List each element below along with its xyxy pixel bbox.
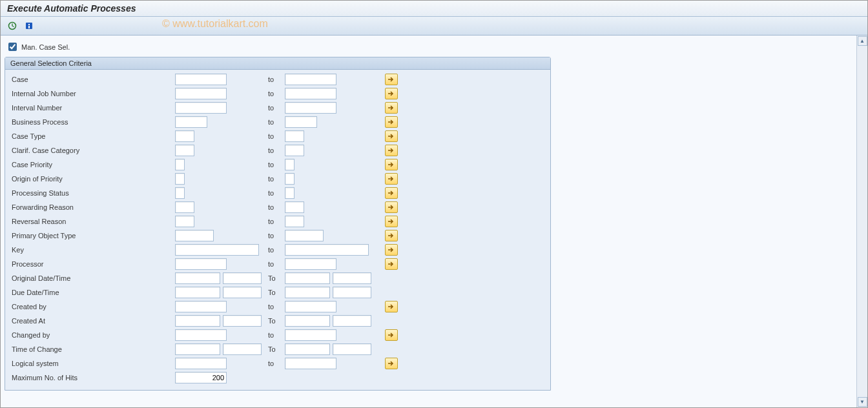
- case-type-multi-button[interactable]: [385, 130, 398, 142]
- created-at-time-from-input[interactable]: [223, 315, 262, 327]
- prim-obj-type-multi-button[interactable]: [385, 230, 398, 241]
- created-at-date-to-input[interactable]: [285, 315, 330, 327]
- row-created-at: Created At To: [10, 314, 545, 328]
- scroll-down-button[interactable]: ▼: [858, 397, 867, 407]
- case-to-input[interactable]: [285, 74, 336, 85]
- internal-job-multi-button[interactable]: [385, 88, 398, 99]
- arrow-right-icon: [388, 261, 395, 267]
- man-case-sel-checkbox[interactable]: [8, 43, 17, 51]
- row-prim-obj-type: Primary Object Type to: [10, 229, 545, 243]
- logical-system-from-input[interactable]: [175, 358, 227, 369]
- rev-reason-from-input[interactable]: [175, 216, 194, 227]
- label-max-hits: Maximum No. of Hits: [10, 374, 175, 382]
- arrow-right-icon: [388, 91, 395, 96]
- arrow-right-icon: [388, 162, 395, 167]
- key-from-input[interactable]: [175, 244, 259, 256]
- fwd-reason-to-input[interactable]: [285, 201, 304, 213]
- created-by-multi-button[interactable]: [385, 301, 398, 312]
- processor-multi-button[interactable]: [385, 258, 398, 270]
- logical-system-multi-button[interactable]: [385, 358, 398, 369]
- row-key: Key to: [10, 243, 545, 257]
- row-rev-reason: Reversal Reason to: [10, 214, 545, 229]
- case-priority-multi-button[interactable]: [385, 159, 398, 170]
- prim-obj-type-from-input[interactable]: [175, 230, 214, 241]
- time-change-date-to-input[interactable]: [285, 343, 330, 355]
- business-process-multi-button[interactable]: [385, 116, 398, 128]
- fwd-reason-multi-button[interactable]: [385, 201, 398, 213]
- created-by-from-input[interactable]: [175, 301, 227, 312]
- case-priority-to-input[interactable]: [285, 159, 294, 170]
- info-icon: [25, 21, 34, 30]
- label-due-dt: Due Date/Time: [10, 289, 175, 296]
- case-type-to-input[interactable]: [285, 130, 304, 142]
- arrow-right-icon: [388, 105, 395, 110]
- origin-priority-multi-button[interactable]: [385, 173, 398, 185]
- business-process-to-input[interactable]: [285, 116, 317, 128]
- time-change-date-from-input[interactable]: [175, 343, 220, 355]
- label-case: Case: [10, 76, 175, 83]
- clarif-cat-to-input[interactable]: [285, 145, 304, 156]
- orig-time-to-input[interactable]: [333, 272, 371, 284]
- orig-date-from-input[interactable]: [175, 272, 220, 284]
- info-button[interactable]: [23, 19, 36, 32]
- key-multi-button[interactable]: [385, 244, 398, 256]
- row-changed-by: Changed by to: [10, 328, 545, 342]
- created-at-time-to-input[interactable]: [333, 315, 371, 327]
- label-clarif-cat: Clarif. Case Category: [10, 147, 175, 154]
- execute-button[interactable]: [6, 19, 19, 32]
- fwd-reason-from-input[interactable]: [175, 201, 194, 213]
- origin-priority-to-input[interactable]: [285, 173, 294, 185]
- case-from-input[interactable]: [175, 74, 227, 85]
- case-type-from-input[interactable]: [175, 130, 194, 142]
- label-orig-dt: Original Date/Time: [10, 274, 175, 282]
- due-date-from-input[interactable]: [175, 287, 220, 298]
- orig-time-from-input[interactable]: [223, 272, 262, 284]
- case-multi-button[interactable]: [385, 74, 398, 85]
- processor-to-input[interactable]: [285, 258, 336, 270]
- clarif-cat-from-input[interactable]: [175, 145, 194, 156]
- changed-by-from-input[interactable]: [175, 329, 227, 341]
- origin-priority-from-input[interactable]: [175, 173, 185, 185]
- due-date-to-input[interactable]: [285, 287, 330, 298]
- row-max-hits: Maximum No. of Hits: [10, 371, 545, 385]
- interval-number-from-input[interactable]: [175, 102, 227, 114]
- created-by-to-input[interactable]: [285, 301, 336, 312]
- proc-status-multi-button[interactable]: [385, 187, 398, 199]
- logical-system-to-input[interactable]: [285, 358, 336, 369]
- arrow-right-icon: [388, 77, 395, 82]
- proc-status-to-input[interactable]: [285, 187, 294, 199]
- vertical-scrollbar[interactable]: ▲ ▼: [856, 36, 867, 407]
- business-process-from-input[interactable]: [175, 116, 207, 128]
- rev-reason-to-input[interactable]: [285, 216, 304, 227]
- clarif-cat-multi-button[interactable]: [385, 145, 398, 156]
- created-at-date-from-input[interactable]: [175, 315, 220, 327]
- row-case-priority: Case Priority to: [10, 158, 545, 172]
- internal-job-to-input[interactable]: [285, 88, 336, 99]
- arrow-right-icon: [388, 361, 395, 366]
- label-case-priority: Case Priority: [10, 161, 175, 168]
- proc-status-from-input[interactable]: [175, 187, 185, 199]
- prim-obj-type-to-input[interactable]: [285, 230, 324, 241]
- max-hits-input[interactable]: [175, 372, 227, 383]
- due-time-to-input[interactable]: [333, 287, 371, 298]
- due-time-from-input[interactable]: [223, 287, 262, 298]
- time-change-time-to-input[interactable]: [333, 343, 371, 355]
- label-time-change: Time of Change: [10, 345, 175, 353]
- time-change-time-from-input[interactable]: [223, 343, 262, 355]
- changed-by-multi-button[interactable]: [385, 329, 398, 341]
- changed-by-to-input[interactable]: [285, 329, 336, 341]
- row-fwd-reason: Forwarding Reason to: [10, 200, 545, 214]
- scroll-up-button[interactable]: ▲: [858, 36, 867, 46]
- arrow-right-icon: [388, 176, 395, 181]
- orig-date-to-input[interactable]: [285, 272, 330, 284]
- case-priority-from-input[interactable]: [175, 159, 185, 170]
- key-to-input[interactable]: [285, 244, 369, 256]
- rev-reason-multi-button[interactable]: [385, 216, 398, 227]
- general-selection-group: General Selection Criteria Case to Inter…: [5, 57, 551, 391]
- internal-job-from-input[interactable]: [175, 88, 227, 99]
- group-title: General Selection Criteria: [5, 57, 550, 70]
- watermark: © www.tutorialkart.com: [162, 18, 268, 30]
- interval-number-multi-button[interactable]: [385, 102, 398, 114]
- interval-number-to-input[interactable]: [285, 102, 336, 114]
- processor-from-input[interactable]: [175, 258, 227, 270]
